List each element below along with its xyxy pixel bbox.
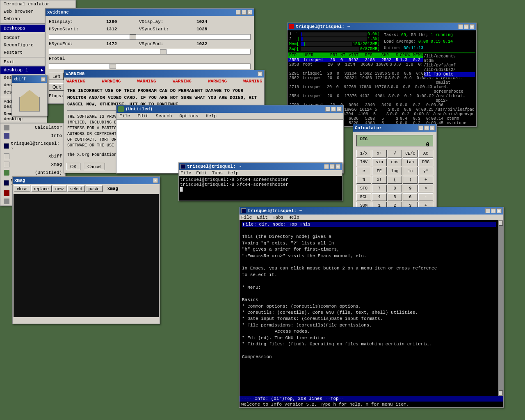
xmag-close-btn[interactable]: close <box>14 185 30 192</box>
calc-log[interactable]: log <box>388 167 402 175</box>
info-close[interactable]: × <box>497 208 502 213</box>
xbiff-close[interactable]: × <box>41 77 46 82</box>
calc-ce[interactable]: CE/C <box>403 150 418 158</box>
term1-menu-tabs[interactable]: Tabs <box>212 171 223 176</box>
calc-div[interactable]: ÷ <box>418 176 433 184</box>
xmag-titlebar: xmag × <box>13 177 160 184</box>
calc-sq[interactable]: x² <box>372 150 387 158</box>
vsyncstart-label: VSyncStart: <box>139 27 188 32</box>
xvidtune-maximize[interactable]: □ <box>242 10 247 15</box>
calculator-titlebar: Calculator _ □ × <box>353 124 436 132</box>
calc-xfact[interactable]: x! <box>372 176 387 184</box>
calc-6[interactable]: 6 <box>403 193 418 201</box>
info-menu-help[interactable]: Help <box>288 215 299 220</box>
scrollbar-up[interactable]: ▲ <box>499 221 503 226</box>
calc-5[interactable]: 5 <box>388 193 402 201</box>
terminal1-minimize[interactable]: _ <box>324 164 329 169</box>
calc-close[interactable]: × <box>430 126 435 130</box>
calc-drg[interactable]: DRG <box>418 158 433 166</box>
calc-sqrt[interactable]: √ <box>388 150 402 158</box>
warning-ok[interactable]: OK <box>66 163 80 170</box>
calc-display: DEG 0 <box>356 135 433 146</box>
xmag-new-btn[interactable]: new <box>52 185 66 192</box>
info-menu-edit[interactable]: Edit <box>257 215 267 220</box>
info-maximize[interactable]: □ <box>491 208 496 213</box>
info-body[interactable]: File: dir, Node: Top This This (the Dire… <box>240 220 498 396</box>
untitled-menu-file[interactable]: File <box>118 113 131 119</box>
untitled-maximize[interactable]: □ <box>331 107 336 112</box>
xmag-canvas <box>14 194 159 317</box>
app-xbiff[interactable]: xbiff <box>0 152 65 160</box>
calc-pi[interactable]: π <box>356 176 371 184</box>
calc-inv[interactable]: 1/x <box>356 150 371 158</box>
htop-icon <box>289 24 294 29</box>
info-echo-text: Welcome to Info version 5.2. Type h for … <box>241 402 409 407</box>
terminal1-maximize[interactable]: □ <box>330 164 335 169</box>
xmag-replace-btn[interactable]: replace <box>31 185 52 192</box>
calc-tan[interactable]: tan <box>403 158 418 166</box>
info-menu-tabs[interactable]: Tabs <box>273 215 283 220</box>
calc-ee[interactable]: EE <box>372 167 387 175</box>
calc-cos[interactable]: cos <box>388 158 402 166</box>
untitled-menu-edit[interactable]: Edit <box>136 113 149 119</box>
untitled-menu-options[interactable]: Options <box>178 113 199 119</box>
info-menu-file[interactable]: File <box>241 215 252 220</box>
calc-rparen[interactable]: ) <box>403 176 418 184</box>
untitled-menu-search[interactable]: Search <box>155 113 173 119</box>
desktop1-arrow: ▶ <box>41 68 43 73</box>
term1-menu-file[interactable]: File <box>180 171 191 176</box>
quit-btn[interactable]: Quit <box>49 83 64 91</box>
xvidtune-title: xvidtune <box>47 10 69 15</box>
calc-sto[interactable]: STO <box>356 185 371 192</box>
calc-mul[interactable]: × <box>418 185 433 192</box>
submenu-desktop1[interactable]: desktop 1 ▶ <box>0 66 47 74</box>
app-xmag[interactable]: xmag <box>0 160 65 169</box>
scrollbar-down[interactable]: ▼ <box>499 390 503 395</box>
xmag-paste-btn[interactable]: paste <box>86 185 103 192</box>
htop-right-panel: /lib/accounts ntdm /lib/gvfs/gvf /lib/ud… <box>423 53 476 78</box>
calc-sin[interactable]: sin <box>372 158 387 166</box>
warning-cancel[interactable]: Cancel <box>84 163 105 170</box>
term1-menu-help[interactable]: Help <box>228 171 238 176</box>
term1-menu-edit[interactable]: Edit <box>196 171 207 176</box>
calc-ac[interactable]: AC <box>418 150 433 158</box>
calc-minimize[interactable]: _ <box>418 126 423 130</box>
left-btn[interactable]: Left <box>49 73 64 80</box>
untitled-close[interactable]: × <box>337 107 342 112</box>
app-untitled[interactable]: (Untitled) <box>0 169 65 177</box>
calc-rcl[interactable]: RCL <box>356 193 371 201</box>
calc-sub[interactable]: - <box>418 193 433 201</box>
calc-8[interactable]: 8 <box>388 185 402 192</box>
warning-close[interactable]: × <box>258 71 262 76</box>
calc-lparen[interactable]: ( <box>388 176 402 184</box>
terminal1-body[interactable]: trisquel@trisquel:~$ xfce4-screenshooter… <box>179 176 342 201</box>
xmag-close[interactable]: × <box>153 178 158 183</box>
calc-9[interactable]: 9 <box>403 185 418 192</box>
xmag-label: xmag <box>107 186 118 191</box>
xvidtune-minimize[interactable]: _ <box>236 10 241 15</box>
untitled-minimize[interactable]: _ <box>325 107 330 112</box>
calc-ln[interactable]: ln <box>403 167 418 175</box>
htop-close[interactable]: × <box>470 24 475 29</box>
info-modeline-text: -----Info: (dir)Top, 208 lines --Top-- <box>241 396 344 401</box>
app-trisquel1[interactable]: trisquel@trisquel: ~ <box>0 140 65 152</box>
untitled-menu-help[interactable]: Help <box>205 113 218 119</box>
app-calculator[interactable]: Calculator <box>0 123 65 132</box>
xmag-select-btn[interactable]: select <box>67 185 85 192</box>
calc-4[interactable]: 4 <box>372 193 387 201</box>
calc-7[interactable]: 7 <box>372 185 387 192</box>
info-minimize[interactable]: _ <box>485 208 490 213</box>
info-scrollbar[interactable]: ▲ ▼ <box>498 220 503 396</box>
calc-maximize[interactable]: □ <box>424 126 429 130</box>
vsyncend-label: VSyncEnd: <box>139 41 188 46</box>
htop-title: trisquel@trisquel: ~ <box>296 24 350 29</box>
calc-yx[interactable]: yˣ <box>418 167 433 175</box>
htop-minimize[interactable]: _ <box>458 24 463 29</box>
terminal1-close[interactable]: × <box>336 164 340 169</box>
menu-terminal-emulator[interactable]: Terminal emulator <box>0 0 75 8</box>
calc-inv2[interactable]: INV <box>356 158 371 166</box>
calc-e[interactable]: e <box>356 167 371 175</box>
app-info[interactable]: Info <box>0 132 65 140</box>
htop-maximize[interactable]: □ <box>464 24 469 29</box>
xvidtune-close[interactable]: × <box>247 10 252 15</box>
